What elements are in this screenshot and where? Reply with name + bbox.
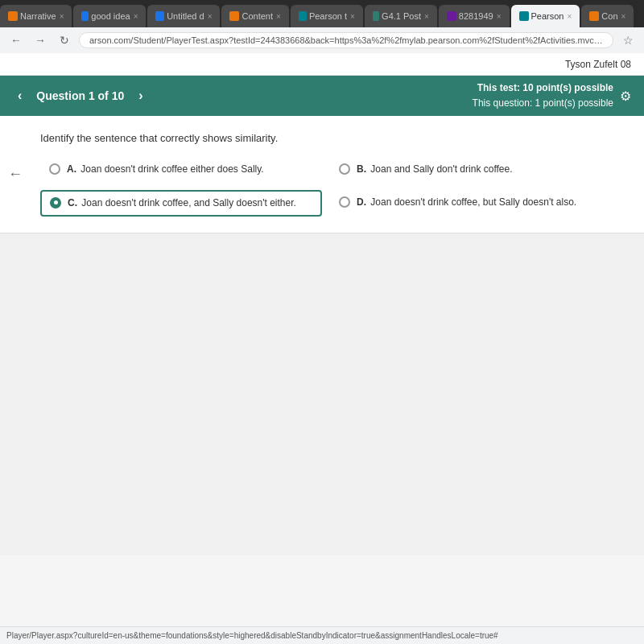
browser-chrome: Narrative×good idea×Untitled d×Content×P… — [0, 0, 644, 53]
tab-close[interactable]: × — [568, 12, 572, 21]
tab-favicon — [519, 11, 529, 21]
tab-label: Untitled d — [167, 11, 204, 21]
radio-D[interactable] — [339, 196, 350, 208]
tab-close[interactable]: × — [350, 12, 355, 21]
tab-label: Narrative — [20, 11, 56, 21]
answer-text-B: B. Joan and Sally don't drink coffee. — [357, 163, 513, 176]
settings-button[interactable]: ⚙ — [620, 89, 631, 104]
browser-tab-tab2[interactable]: good idea× — [73, 5, 146, 27]
answer-option-C[interactable]: C. Joan doesn't drink coffee, and Sally … — [40, 190, 322, 217]
browser-tab-tab6[interactable]: G4.1 Post× — [365, 5, 437, 27]
address-bar-row: ← → ↻ arson.com/Student/PlayerTest.aspx?… — [0, 27, 644, 53]
tab-label: Pearson — [531, 11, 564, 21]
browser-tab-tab4[interactable]: Content× — [221, 5, 288, 27]
tab-label: Pearson t — [309, 11, 347, 21]
tab-close[interactable]: × — [497, 12, 502, 21]
tab-close[interactable]: × — [424, 12, 429, 21]
tab-favicon — [155, 11, 164, 21]
question-prompt: Identify the sentence that correctly sho… — [40, 132, 612, 144]
browser-tab-tab1[interactable]: Narrative× — [0, 5, 72, 27]
question-header: ‹ Question 1 of 10 › This test: 10 point… — [0, 76, 644, 116]
answer-option-D[interactable]: D. Joan doesn't drink coffee, but Sally … — [330, 190, 612, 217]
user-bar: Tyson Zufelt 08 — [0, 53, 644, 76]
user-name: Tyson Zufelt — [565, 59, 617, 70]
tab-label: good idea — [91, 11, 130, 21]
back-button[interactable]: ← — [6, 31, 26, 50]
question-label: Question 1 of 10 — [36, 89, 124, 102]
tab-close[interactable]: × — [208, 12, 213, 21]
next-question-button[interactable]: › — [134, 87, 147, 105]
question-area: ← Identify the sentence that correctly s… — [0, 116, 644, 233]
radio-B[interactable] — [339, 163, 350, 175]
answer-text-A: A. Joan doesn't drink coffee either does… — [67, 163, 264, 176]
radio-A[interactable] — [49, 163, 60, 175]
bookmark-button[interactable]: ☆ — [618, 31, 638, 50]
question-points: This question: 1 point(s) possible — [473, 96, 613, 111]
radio-C[interactable] — [50, 197, 61, 208]
test-points: This test: 10 point(s) possible — [473, 80, 613, 96]
tab-favicon — [8, 11, 18, 21]
question-nav: ‹ Question 1 of 10 › — [13, 87, 148, 105]
browser-tab-tab9[interactable]: Con× — [581, 5, 634, 27]
answer-option-B[interactable]: B. Joan and Sally don't drink coffee. — [330, 157, 612, 182]
browser-tab-tab3[interactable]: Untitled d× — [147, 5, 220, 27]
tab-favicon — [447, 11, 456, 21]
back-arrow-icon[interactable]: ← — [8, 166, 23, 183]
browser-tab-tab5[interactable]: Pearson t× — [291, 5, 363, 27]
address-bar[interactable]: arson.com/Student/PlayerTest.aspx?testId… — [79, 32, 613, 48]
reload-button[interactable]: ↻ — [55, 31, 74, 50]
answer-text-C: C. Joan doesn't drink coffee, and Sally … — [68, 196, 296, 210]
tab-favicon — [81, 11, 89, 21]
tab-label: Content — [242, 11, 273, 21]
tab-favicon — [589, 11, 599, 21]
browser-tab-tab8[interactable]: Pearson× — [511, 5, 580, 27]
browser-tab-tab7[interactable]: 8281949× — [439, 5, 510, 27]
tab-bar: Narrative×good idea×Untitled d×Content×P… — [0, 0, 644, 27]
answer-grid: A. Joan doesn't drink coffee either does… — [40, 157, 612, 217]
tab-label: 8281949 — [459, 11, 493, 21]
tab-label: Con — [601, 11, 617, 21]
tab-favicon — [299, 11, 307, 21]
tab-favicon — [229, 11, 239, 21]
tab-close[interactable]: × — [276, 12, 281, 21]
tab-close[interactable]: × — [134, 12, 138, 21]
question-info: This test: 10 point(s) possible This que… — [473, 80, 613, 111]
tab-label: G4.1 Post — [382, 11, 421, 21]
empty-content-area — [0, 233, 644, 555]
page-content: Tyson Zufelt 08 ‹ Question 1 of 10 › Thi… — [0, 53, 644, 626]
status-bar: Player/Player.aspx?cultureId=en-us&theme… — [0, 626, 644, 644]
answer-option-A[interactable]: A. Joan doesn't drink coffee either does… — [40, 157, 322, 182]
user-info: 08 — [621, 59, 631, 70]
forward-button[interactable]: → — [31, 31, 50, 50]
tab-close[interactable]: × — [621, 12, 626, 21]
status-text: Player/Player.aspx?cultureId=en-us&theme… — [6, 631, 498, 640]
answer-text-D: D. Joan doesn't drink coffee, but Sally … — [357, 196, 576, 209]
prev-question-button[interactable]: ‹ — [13, 87, 27, 105]
tab-favicon — [373, 11, 379, 21]
tab-close[interactable]: × — [60, 12, 64, 21]
